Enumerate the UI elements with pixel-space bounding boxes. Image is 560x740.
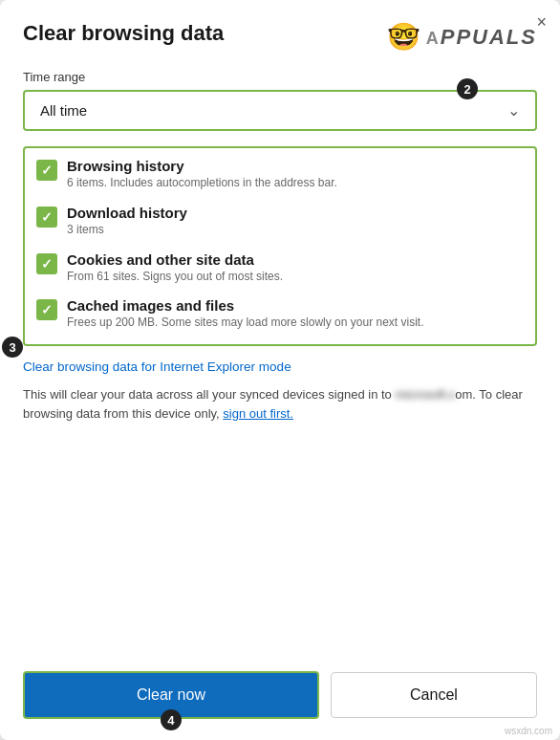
checkbox-desc-cookies: From 61 sites. Signs you out of most sit… [67, 269, 524, 285]
checkbox-desc-browsing-history: 6 items. Includes autocompletions in the… [67, 175, 524, 191]
checkbox-desc-cached-images: Frees up 200 MB. Some sites may load mor… [67, 315, 524, 331]
dialog-header: Clear browsing data 🤓 APPUALS × [0, 0, 560, 62]
checkbox-cached-images[interactable]: ✓ [36, 299, 57, 320]
dialog-footer: Clear now 4 Cancel [0, 654, 560, 740]
watermark: wsxdn.com [505, 726, 552, 736]
checkbox-item-cached-images: ✓ Cached images and files Frees up 200 M… [36, 297, 524, 331]
check-icon: ✓ [41, 302, 53, 317]
checkbox-browsing-history[interactable]: ✓ [36, 160, 57, 181]
checkbox-item-download-history: ✓ Download history 3 items [36, 205, 524, 238]
close-button[interactable]: × [536, 13, 547, 31]
check-icon: ✓ [41, 256, 53, 272]
chevron-down-icon: ⌄ [507, 101, 520, 120]
ie-mode-link[interactable]: Clear browsing data for Internet Explore… [23, 359, 537, 374]
info-text: This will clear your data across all you… [23, 385, 537, 423]
clear-now-button[interactable]: Clear now 4 [23, 671, 319, 719]
time-range-select[interactable]: 2 All time ⌄ [23, 90, 537, 131]
checkbox-download-history[interactable]: ✓ [36, 207, 57, 228]
checkboxes-section: 3 ✓ Browsing history 6 items. Includes a… [23, 146, 537, 346]
logo-area: 🤓 APPUALS [387, 21, 537, 53]
checkbox-title-browsing-history: Browsing history [67, 158, 524, 174]
check-icon: ✓ [41, 209, 53, 225]
badge-4: 4 [161, 709, 182, 730]
time-range-value: All time [40, 102, 87, 119]
scroll-area[interactable]: ✓ Browsing history 6 items. Includes aut… [36, 158, 524, 335]
sign-out-link[interactable]: sign out first. [223, 406, 293, 421]
checkbox-cookies[interactable]: ✓ [36, 253, 57, 274]
dialog-title: Clear browsing data [23, 21, 224, 46]
checkbox-title-cached-images: Cached images and files [67, 297, 524, 314]
blurred-domain: microsoft.c [395, 387, 455, 402]
checkbox-desc-download-history: 3 items [67, 222, 524, 238]
dialog-body: Time range 2 All time ⌄ 3 ✓ Browsing his… [0, 62, 560, 644]
info-text-before: This will clear your data across all you… [23, 387, 395, 402]
checkbox-item-cookies: ✓ Cookies and other site data From 61 si… [36, 251, 524, 285]
logo-text: APPUALS [426, 25, 537, 50]
clear-browsing-data-dialog: Clear browsing data 🤓 APPUALS × Time ran… [0, 0, 560, 740]
cancel-button[interactable]: Cancel [331, 672, 537, 718]
checkbox-title-cookies: Cookies and other site data [67, 251, 524, 268]
checkbox-title-download-history: Download history [67, 205, 524, 221]
logo-icon: 🤓 [387, 21, 420, 53]
checkbox-item-browsing-history: ✓ Browsing history 6 items. Includes aut… [36, 158, 524, 191]
badge-2: 2 [457, 78, 478, 99]
badge-3: 3 [2, 337, 23, 358]
check-icon: ✓ [41, 163, 53, 178]
